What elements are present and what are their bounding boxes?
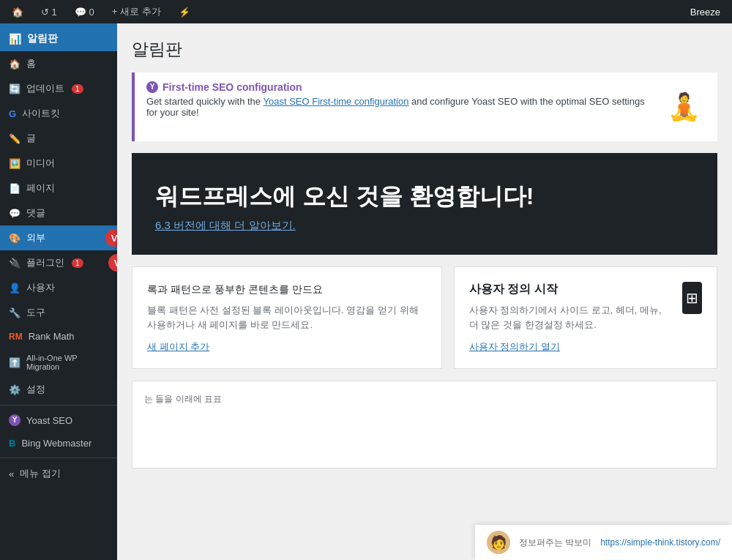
appearance-v-badge: V <box>105 229 117 247</box>
status-bar-name: 정보퍼주는 박보미 <box>519 537 591 549</box>
page-title: 알림판 <box>132 38 717 61</box>
sidebar-divider <box>0 405 117 406</box>
sidebar-label-collapse: 메뉴 접기 <box>20 467 61 480</box>
bing-icon: B <box>9 438 15 449</box>
sidebar-divider-2 <box>0 458 117 458</box>
add-page-link[interactable]: 새 페이지 추가 <box>147 341 209 352</box>
main-content: 알림판 Y First-time SEO configuration Get s… <box>117 23 732 560</box>
appearance-icon: 🎨 <box>9 233 20 244</box>
sidebar-header[interactable]: 📊 알림판 <box>0 23 117 51</box>
sidebar-item-pages[interactable]: 📄 페이지 <box>0 176 117 201</box>
yoast-icon: Y <box>9 414 20 426</box>
open-customizer-link[interactable]: 사용자 정의하기 열기 <box>469 341 560 352</box>
sidebar-label-comments: 댓글 <box>26 206 45 220</box>
blocks-card: 록과 패턴으로 풍부한 콘텐츠를 만드요 블록 패턴은 사전 설정된 블록 레이… <box>132 266 442 369</box>
sidebar-label-pages: 페이지 <box>26 182 55 195</box>
admin-bar-updates[interactable]: ↺ 1 <box>35 4 63 20</box>
customizer-card-icon: ⊞ <box>682 282 702 314</box>
cards-area: 록과 패턴으로 풍부한 콘텐츠를 만드요 블록 패턴은 사전 설정된 블록 레이… <box>132 266 717 369</box>
users-icon: 👤 <box>9 283 20 294</box>
plugins-icon: 🔌 <box>9 258 20 269</box>
welcome-banner: 워드프레스에 오신 것을 환영합니다! 6.3 버전에 대해 더 알아보기. <box>132 153 717 255</box>
settings-icon: ⚙️ <box>9 384 20 395</box>
sidebar-label-yoast: Yoast SEO <box>26 415 72 426</box>
sidebar-item-plugins[interactable]: 🔌 플러그인 1 <box>0 250 117 275</box>
sidebar-label-media: 미디어 <box>26 157 55 170</box>
collapse-icon: « <box>9 468 14 479</box>
grid-icon: ⊞ <box>686 289 698 307</box>
sidebar-label-home: 홈 <box>26 57 36 70</box>
allinone-icon: ⬆️ <box>9 357 20 368</box>
sidebar-label-settings: 설정 <box>26 383 45 396</box>
dashboard-icon: 📊 <box>9 33 21 45</box>
sidebar-item-bing[interactable]: B Bing Webmaster <box>0 432 117 455</box>
admin-bar-new[interactable]: + 새로 추가 <box>106 2 167 21</box>
sidebar-item-yoast[interactable]: Y Yoast SEO <box>0 408 117 432</box>
sidebar-item-rankmath[interactable]: RM Rank Math <box>0 325 117 348</box>
sidebar-label-users: 사용자 <box>26 281 55 294</box>
sitekit-icon: G <box>9 108 16 119</box>
sidebar-label-sitekit: 사이트킷 <box>22 107 60 120</box>
sidebar-item-users[interactable]: 👤 사용자 <box>0 275 117 300</box>
sidebar-header-label: 알림판 <box>27 32 58 45</box>
sidebar-label-plugins: 플러그인 <box>26 256 64 269</box>
wp-logo[interactable]: 🏠 <box>6 4 29 20</box>
seo-notice-illustration: 🧘 <box>662 81 706 132</box>
sidebar-item-tools[interactable]: 🔧 도구 <box>0 300 117 325</box>
comments-icon: 💬 <box>9 208 20 219</box>
seo-notice: Y First-time SEO configuration Get start… <box>132 72 717 141</box>
version-link[interactable]: 6.3 버전에 대해 더 알아보기. <box>155 219 296 231</box>
sidebar-label-posts: 글 <box>26 132 36 145</box>
media-icon: 🖼️ <box>9 158 20 169</box>
blocks-card-text: 블록 패턴은 사전 설정된 블록 레이아웃입니다. 영감을 얻기 위해 사용하거… <box>147 303 427 332</box>
updates-badge: 1 <box>72 84 83 94</box>
welcome-title: 워드프레스에 오신 것을 환영합니다! <box>155 182 694 210</box>
rankmath-icon: RM <box>9 332 23 342</box>
home-icon: 🏠 <box>9 59 20 70</box>
admin-bar: 🏠 ↺ 1 💬 0 + 새로 추가 ⚡ Breeze <box>0 0 732 23</box>
sidebar-label-rankmath: Rank Math <box>29 331 75 342</box>
plugins-badge: 1 <box>72 258 83 268</box>
status-avatar: 🧑 <box>487 531 510 554</box>
admin-bar-comments[interactable]: 💬 0 <box>69 4 100 20</box>
blocks-card-title: 록과 패턴으로 풍부한 콘텐츠를 만드요 <box>147 282 427 297</box>
customizer-card: 사용자 정의 시작 사용자 정의하기에서 사이드 로고, 헤더, 메뉴, 더 많… <box>454 266 717 369</box>
sidebar-label-updates: 업데이트 <box>26 82 64 95</box>
sidebar-item-home[interactable]: 🏠 홈 <box>0 51 117 76</box>
sidebar-item-updates[interactable]: 🔄 업데이트 1 <box>0 76 117 101</box>
sidebar: 📊 알림판 🏠 홈 🔄 업데이트 1 G 사이트킷 ✏️ 글 🖼️ 미디어 📄 … <box>0 23 117 560</box>
sidebar-item-allinone[interactable]: ⬆️ All-in-One WP Migration <box>0 348 117 377</box>
admin-bar-site-name[interactable]: Breeze <box>684 4 726 20</box>
customizer-card-title: 사용자 정의 시작 <box>469 282 668 297</box>
seo-notice-title: Y First-time SEO configuration <box>146 81 653 93</box>
tools-icon: 🔧 <box>9 307 20 318</box>
sidebar-item-settings[interactable]: ⚙️ 설정 <box>0 377 117 402</box>
sidebar-item-appearance[interactable]: 🎨 외부 V <box>0 225 117 250</box>
posts-icon: ✏️ <box>9 133 20 144</box>
bottom-content-area: 는 들을 이래에 표표 <box>132 381 717 468</box>
seo-notice-text: Get started quickly with the Yoast SEO F… <box>146 96 653 118</box>
status-bar: 🧑 정보퍼주는 박보미 https://simple-think.tistory… <box>475 525 732 560</box>
bottom-area-text: 는 들을 이래에 표표 <box>144 393 705 406</box>
status-bar-url: https://simple-think.tistory.com/ <box>600 537 720 548</box>
sidebar-item-media[interactable]: 🖼️ 미디어 <box>0 151 117 176</box>
wp-layout: 📊 알림판 🏠 홈 🔄 업데이트 1 G 사이트킷 ✏️ 글 🖼️ 미디어 📄 … <box>0 23 732 560</box>
sidebar-item-sitekit[interactable]: G 사이트킷 <box>0 101 117 126</box>
sidebar-item-comments[interactable]: 💬 댓글 <box>0 201 117 225</box>
sidebar-label-allinone: All-in-One WP Migration <box>26 354 108 371</box>
pages-icon: 📄 <box>9 183 20 194</box>
yoast-config-link[interactable]: Yoast SEO First-time configuration <box>263 96 408 107</box>
updates-icon: 🔄 <box>9 83 20 94</box>
sidebar-label-appearance: 외부 <box>26 231 45 244</box>
sidebar-item-appearance-wrapper: 🎨 외부 V 테마 V 사용자 정의하기 위켓 메뉴 <box>0 225 117 250</box>
sidebar-label-bing: Bing Webmaster <box>21 438 92 449</box>
status-bar-person: 🧑 <box>487 531 510 554</box>
customizer-card-text: 사용자 정의하기에서 사이드 로고, 헤더, 메뉴, 더 많은 것을 한경설정 … <box>469 303 668 332</box>
sidebar-label-tools: 도구 <box>26 306 45 319</box>
yoast-notice-icon: Y <box>146 81 158 93</box>
sidebar-item-posts[interactable]: ✏️ 글 <box>0 126 117 151</box>
admin-bar-plugin-icon[interactable]: ⚡ <box>173 4 196 20</box>
sidebar-item-collapse[interactable]: « 메뉴 접기 <box>0 461 117 486</box>
